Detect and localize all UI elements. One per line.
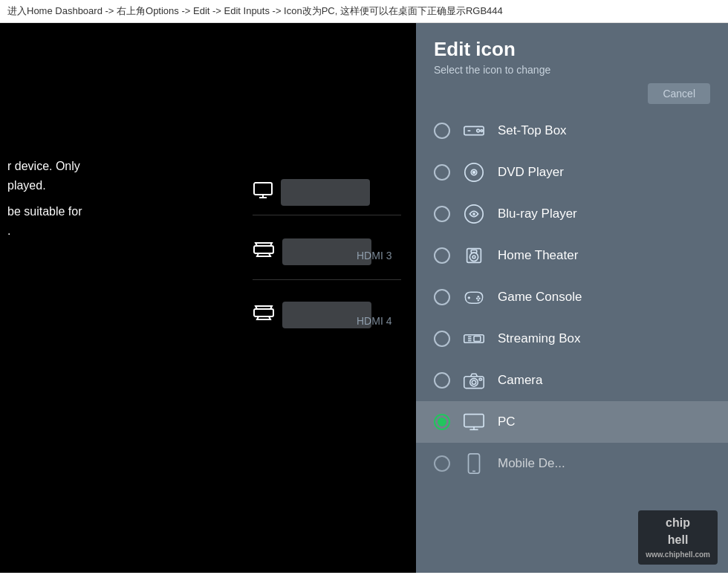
camera-icon	[461, 367, 487, 394]
radio-game-console[interactable]	[434, 289, 450, 305]
tv-divider-1	[253, 215, 401, 215]
tv-text-line1: r device. Only	[7, 157, 82, 176]
bluray-icon	[461, 201, 487, 227]
radio-home-theater[interactable]	[434, 247, 450, 264]
cancel-button[interactable]: Cancel	[648, 83, 710, 104]
breadcrumb-text: 进入Home Dashboard -> 右上角Options -> Edit -…	[7, 5, 503, 16]
radio-dvd-player[interactable]	[434, 164, 450, 181]
tv-screen: r device. Only played. be suitable for .	[0, 23, 416, 573]
icon-row-streaming-box[interactable]: Streaming Box	[416, 318, 728, 360]
icon-row-mobile[interactable]: Mobile De...	[416, 443, 728, 484]
game-console-icon	[461, 284, 487, 311]
tv-text-line2: played.	[7, 176, 82, 195]
watermark: chiphell www.chiphell.com	[638, 510, 718, 565]
svg-rect-3	[254, 246, 273, 253]
hdmi3-icon	[253, 241, 275, 262]
svg-point-7	[477, 129, 480, 132]
game-console-label: Game Console	[498, 290, 582, 305]
svg-point-16	[472, 256, 475, 259]
radio-streaming-box[interactable]	[434, 331, 450, 347]
tv-text-line4: .	[7, 221, 82, 241]
set-top-box-label: Set-Top Box	[498, 123, 567, 138]
svg-rect-4	[254, 309, 273, 316]
bluray-label: Blu-ray Player	[498, 207, 577, 221]
pc-icon	[461, 409, 487, 435]
monitor-icon	[253, 181, 273, 204]
svg-point-30	[470, 378, 478, 386]
icon-row-game-console[interactable]: Game Console	[416, 276, 728, 318]
edit-panel: Edit icon Select the icon to change Canc…	[416, 23, 728, 573]
icon-row-pc[interactable]: PC	[416, 401, 728, 443]
edit-panel-title: Edit icon	[434, 38, 710, 61]
edit-panel-subtitle: Select the icon to change	[434, 64, 710, 76]
svg-point-15	[469, 253, 478, 261]
icon-row-camera[interactable]: Camera	[416, 360, 728, 401]
input-label-bar-1	[281, 179, 370, 206]
hdmi4-icon	[253, 305, 275, 325]
home-theater-label: Home Theater	[498, 248, 578, 263]
svg-rect-33	[464, 415, 484, 427]
icon-row-home-theater[interactable]: Home Theater	[416, 235, 728, 276]
icon-row-dvd-player[interactable]: DVD Player	[416, 152, 728, 193]
tv-text-line3: be suitable for	[7, 202, 82, 221]
svg-point-22	[476, 297, 478, 299]
breadcrumb: 进入Home Dashboard -> 右上角Options -> Edit -…	[0, 0, 728, 23]
edit-panel-header: Edit icon Select the icon to change	[416, 23, 728, 83]
input-item-monitor[interactable]	[253, 179, 370, 206]
svg-point-13	[472, 212, 475, 215]
icon-row-set-top-box[interactable]: Set-Top Box	[416, 110, 728, 152]
svg-point-23	[478, 299, 480, 302]
dvd-player-label: DVD Player	[498, 165, 564, 180]
hdmi3-label: HDMI 3	[357, 250, 391, 261]
streaming-box-label: Streaming Box	[498, 331, 581, 346]
mobile-label: Mobile De...	[498, 456, 565, 471]
cancel-area: Cancel	[416, 83, 728, 110]
icon-row-bluray[interactable]: Blu-ray Player	[416, 193, 728, 235]
svg-point-20	[478, 296, 480, 298]
svg-rect-28	[474, 336, 481, 341]
svg-rect-17	[471, 250, 477, 253]
mobile-icon	[461, 450, 487, 477]
radio-set-top-box[interactable]	[434, 123, 450, 139]
watermark-url: www.chiphell.com	[646, 550, 710, 560]
camera-label: Camera	[498, 373, 542, 388]
svg-rect-0	[254, 183, 272, 195]
pc-label: PC	[498, 415, 516, 429]
tv-divider-2	[253, 279, 401, 280]
home-theater-icon	[461, 242, 487, 269]
icon-list: Set-Top Box DVD Player	[416, 110, 728, 573]
radio-mobile[interactable]	[434, 455, 450, 472]
radio-camera[interactable]	[434, 372, 450, 389]
svg-rect-36	[469, 454, 480, 473]
main-area: r device. Only played. be suitable for .	[0, 23, 728, 573]
svg-point-8	[481, 130, 483, 132]
radio-bluray[interactable]	[434, 206, 450, 222]
svg-rect-32	[479, 378, 482, 380]
streaming-box-icon	[461, 325, 487, 352]
svg-point-31	[472, 380, 475, 384]
input-item-hdmi4[interactable]	[253, 302, 371, 328]
svg-point-11	[473, 172, 475, 174]
svg-point-21	[478, 297, 481, 299]
dvd-player-icon	[461, 159, 487, 186]
set-top-box-icon	[461, 117, 487, 144]
radio-pc[interactable]	[434, 414, 450, 430]
tv-description: r device. Only played. be suitable for .	[0, 157, 90, 240]
input-item-hdmi3[interactable]	[253, 238, 371, 265]
hdmi4-label: HDMI 4	[357, 315, 391, 327]
